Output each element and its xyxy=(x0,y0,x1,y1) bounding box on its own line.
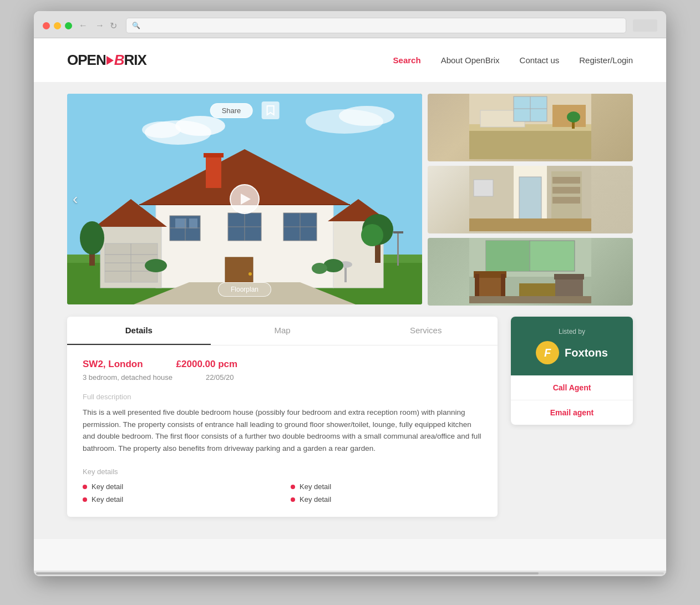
agent-logo: F Foxtons xyxy=(520,341,624,364)
key-detail-label-4: Key detail xyxy=(300,495,331,504)
thumb-inner-3 xyxy=(428,238,633,306)
svg-rect-65 xyxy=(552,177,580,184)
play-button[interactable] xyxy=(230,184,260,214)
listed-by-label: Listed by xyxy=(520,328,624,335)
back-button[interactable]: ← xyxy=(79,21,88,31)
key-detail-2: Key detail xyxy=(291,482,482,491)
svg-rect-73 xyxy=(486,241,529,271)
svg-point-39 xyxy=(80,221,104,255)
svg-rect-11 xyxy=(206,155,221,188)
property-date: 22/05/20 xyxy=(206,373,234,382)
floorplan-button[interactable]: Floorplan xyxy=(218,282,271,297)
full-description-label: Full description xyxy=(83,393,482,401)
agent-card: Listed by F Foxtons Call Agent Email age… xyxy=(511,317,633,425)
svg-point-47 xyxy=(312,263,327,274)
nav-search[interactable]: Search xyxy=(393,55,421,65)
foxtons-name: Foxtons xyxy=(565,347,608,359)
svg-rect-66 xyxy=(552,187,580,194)
thumbnail-2[interactable] xyxy=(428,166,633,233)
nav-register[interactable]: Register/Login xyxy=(579,55,633,65)
svg-point-45 xyxy=(145,259,167,272)
property-description: This is a well presented five double bed… xyxy=(83,406,482,454)
bullet-icon-3 xyxy=(83,497,87,502)
prev-arrow[interactable]: ‹ xyxy=(73,190,78,208)
traffic-lights xyxy=(43,22,72,29)
share-button[interactable]: Share xyxy=(210,103,253,118)
logo-rix: RIX xyxy=(124,52,146,69)
svg-rect-40 xyxy=(397,232,399,266)
thumbnail-3[interactable] xyxy=(428,238,633,306)
property-price: £2000.00 pcm xyxy=(176,359,238,370)
svg-rect-12 xyxy=(204,153,224,157)
svg-point-3 xyxy=(142,121,181,138)
logo-b: B xyxy=(114,52,124,69)
address-bar[interactable]: 🔍 xyxy=(126,18,626,33)
thumb-inner-1 xyxy=(428,94,633,161)
logo[interactable]: OPEN B RIX xyxy=(67,52,146,69)
svg-point-29 xyxy=(248,272,252,276)
svg-point-5 xyxy=(339,106,394,126)
svg-rect-63 xyxy=(519,177,541,221)
svg-rect-69 xyxy=(469,218,591,231)
tab-services[interactable]: Services xyxy=(354,317,498,345)
website-content: OPEN B RIX Search About OpenBrix Contact… xyxy=(34,38,666,571)
svg-rect-43 xyxy=(344,266,347,282)
nav-about[interactable]: About OpenBrix xyxy=(441,55,500,65)
forward-button[interactable]: → xyxy=(95,21,104,31)
svg-rect-81 xyxy=(554,274,584,279)
tab-details[interactable]: Details xyxy=(67,317,211,345)
key-detail-label-3: Key detail xyxy=(92,495,123,504)
agent-actions: Call Agent Email agent xyxy=(511,375,633,425)
hallway-svg xyxy=(428,166,633,231)
browser-window: ← → ↻ 🔍 OPEN B RIX Search About OpenBrix… xyxy=(34,11,666,576)
email-agent-button[interactable]: Email agent xyxy=(511,400,633,425)
main-content: Share ‹ Floorplan xyxy=(34,83,666,539)
svg-rect-19 xyxy=(189,218,197,228)
agent-top: Listed by F Foxtons xyxy=(511,317,633,375)
tab-map[interactable]: Map xyxy=(211,317,354,345)
bullet-icon-4 xyxy=(291,497,295,502)
browser-scrollbar[interactable] xyxy=(34,571,666,576)
key-detail-label-2: Key detail xyxy=(300,482,331,491)
details-section: Details Map Services SW2, London £2000.0… xyxy=(67,317,633,517)
key-detail-4: Key detail xyxy=(291,495,482,504)
maximize-button[interactable] xyxy=(65,22,72,29)
foxtons-logo-circle: F xyxy=(536,341,559,364)
property-location: SW2, London xyxy=(83,359,143,370)
play-icon xyxy=(241,194,251,205)
nav-contact[interactable]: Contact us xyxy=(520,55,560,65)
navbar: OPEN B RIX Search About OpenBrix Contact… xyxy=(34,38,666,83)
reload-button[interactable]: ↻ xyxy=(110,21,117,31)
key-detail-3: Key detail xyxy=(83,495,274,504)
browser-titlebar: ← → ↻ 🔍 xyxy=(34,11,666,38)
living-room-svg xyxy=(428,238,633,303)
logo-triangle-icon xyxy=(106,56,114,65)
close-button[interactable] xyxy=(43,22,50,29)
nav-links: Search About OpenBrix Contact us Registe… xyxy=(393,55,633,65)
svg-rect-18 xyxy=(175,218,186,228)
browser-nav: ← → ↻ xyxy=(79,21,117,31)
property-sub: 3 bedroom, detached house 22/05/20 xyxy=(83,373,482,382)
bookmark-button[interactable] xyxy=(261,101,279,119)
search-icon: 🔍 xyxy=(132,22,140,29)
key-detail-label-1: Key detail xyxy=(92,482,123,491)
bullet-icon-2 xyxy=(291,485,295,489)
minimize-button[interactable] xyxy=(54,22,61,29)
thumbnail-gallery xyxy=(428,94,633,306)
tabs-card: Details Map Services SW2, London £2000.0… xyxy=(67,317,498,517)
svg-point-37 xyxy=(361,224,383,246)
svg-rect-67 xyxy=(552,197,580,204)
bullet-icon-1 xyxy=(83,485,87,489)
svg-rect-41 xyxy=(393,231,403,233)
key-details-grid: Key detail Key detail Key detail xyxy=(83,482,482,504)
scrollbar-thumb[interactable] xyxy=(36,572,539,575)
call-agent-button[interactable]: Call Agent xyxy=(511,375,633,400)
key-details-label: Key details xyxy=(83,467,482,476)
floorplan-label: Floorplan xyxy=(218,282,271,297)
thumbnail-1[interactable] xyxy=(428,94,633,161)
property-header: SW2, London £2000.00 pcm xyxy=(83,359,482,370)
key-detail-1: Key detail xyxy=(83,482,274,491)
browser-action-button[interactable] xyxy=(633,19,657,32)
property-type: 3 bedroom, detached house xyxy=(83,373,173,382)
gallery-section: Share ‹ Floorplan xyxy=(67,83,633,306)
